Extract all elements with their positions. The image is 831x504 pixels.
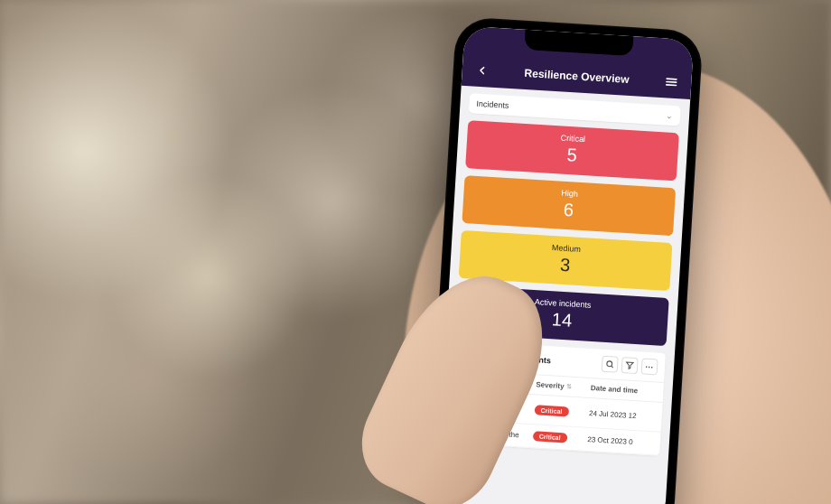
- column-severity-label: Severity: [536, 380, 565, 390]
- search-icon: [605, 359, 615, 369]
- tab-incidents[interactable]: Incidents ⌄: [469, 93, 681, 126]
- cell-severity: Critical: [533, 431, 588, 444]
- arrow-left-icon: [475, 64, 489, 78]
- svg-marker-5: [626, 362, 633, 369]
- tab-label: Incidents: [476, 99, 509, 110]
- column-datetime[interactable]: Date and time: [591, 384, 657, 396]
- severity-badge: Critical: [534, 405, 568, 416]
- page-title: Resilience Overview: [524, 67, 630, 86]
- search-button[interactable]: [602, 356, 619, 373]
- ellipsis-icon: ⋯: [645, 362, 654, 372]
- more-button[interactable]: ⋯: [641, 358, 658, 375]
- column-datetime-label: Date and time: [591, 384, 639, 395]
- menu-button[interactable]: [662, 72, 681, 91]
- svg-line-0: [667, 79, 677, 79]
- chevron-down-icon: ⌄: [666, 111, 674, 120]
- sort-icon: ⇅: [566, 383, 572, 390]
- card-high[interactable]: High 6: [462, 175, 676, 236]
- cell-datetime: 24 Jul 2023 12: [589, 408, 655, 420]
- cell-severity: Critical: [534, 405, 589, 418]
- svg-line-2: [667, 85, 677, 86]
- cell-datetime: 23 Oct 2023 0: [587, 435, 653, 447]
- filter-button[interactable]: [621, 357, 639, 374]
- severity-badge: Critical: [533, 431, 567, 443]
- column-severity[interactable]: Severity ⇅: [536, 380, 591, 392]
- back-button[interactable]: [472, 61, 491, 79]
- hamburger-icon: [664, 74, 679, 89]
- section-tools: ⋯: [602, 356, 658, 376]
- card-critical[interactable]: Critical 5: [465, 120, 679, 181]
- svg-line-4: [612, 366, 613, 368]
- svg-line-1: [667, 81, 677, 82]
- filter-icon: [625, 360, 635, 370]
